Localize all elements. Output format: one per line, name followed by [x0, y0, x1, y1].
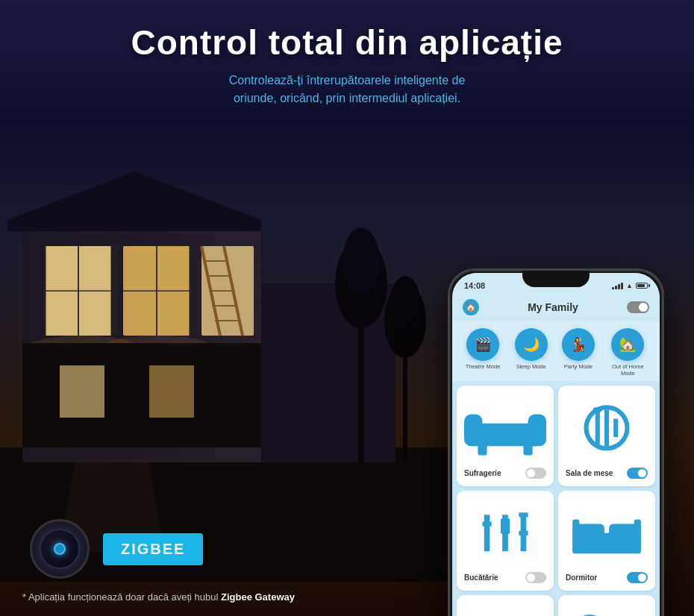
- party-mode-label: Party Mode: [564, 363, 593, 370]
- subtitle: Controlează-ți întrerupătoarele intelige…: [198, 72, 496, 107]
- room-card-sufragerie[interactable]: Sufragerie: [457, 386, 554, 486]
- status-icons: ▲: [612, 282, 648, 289]
- room-card-dormitor[interactable]: Dormitor: [558, 491, 655, 591]
- svg-rect-44: [593, 407, 602, 412]
- app-header: 🏠 My Family: [452, 294, 660, 321]
- sufragerie-toggle[interactable]: [525, 468, 546, 479]
- signal-bar-4: [621, 283, 623, 289]
- phone-notch: [522, 271, 590, 287]
- svg-rect-18: [60, 365, 104, 418]
- dining-footer: Sala de mese: [566, 468, 648, 479]
- out-of-home-label: Out of Home Mode: [609, 363, 646, 377]
- mode-out-of-home[interactable]: 🏡 Out of Home Mode: [609, 328, 646, 377]
- dining-icon-area: [566, 393, 648, 463]
- kitchen-icon: [464, 501, 546, 565]
- theatre-mode-icon: 🎬: [466, 328, 499, 361]
- svg-rect-39: [523, 441, 532, 455]
- zigbee-area: ZIGBEE: [30, 519, 203, 579]
- bath-icon: [566, 606, 648, 616]
- battery-fill: [637, 284, 645, 287]
- footer-note-prefix: * Aplicația funcționează doar dacă aveți…: [22, 591, 221, 603]
- svg-point-31: [343, 227, 380, 295]
- wifi-icon: ▲: [626, 282, 633, 289]
- dormitor-toggle[interactable]: [627, 572, 648, 583]
- zigbee-device: [30, 519, 90, 579]
- subtitle-line1: Controlează-ți întrerupătoarele intelige…: [229, 74, 466, 87]
- sufragerie-name: Sufragerie: [464, 469, 501, 477]
- signal-bar-1: [612, 287, 614, 289]
- dormitor-name: Dormitor: [566, 573, 597, 582]
- signal-bars: [612, 283, 623, 289]
- svg-marker-2: [7, 172, 261, 231]
- dining-icon: [566, 396, 648, 460]
- mode-party[interactable]: 💃 Party Mode: [562, 328, 595, 377]
- footer-note: * Aplicația funcționează doar dacă aveți…: [22, 591, 295, 603]
- theatre-mode-label: Theatre Mode: [466, 363, 501, 370]
- house-illustration: [0, 75, 448, 582]
- dining-toggle[interactable]: [627, 468, 648, 479]
- zigbee-badge: ZIGBEE: [103, 533, 203, 565]
- dormitor-footer: Dormitor: [566, 572, 648, 583]
- phone-frame: 14:08 ▲ 🏠 My Family: [448, 268, 664, 616]
- svg-rect-17: [22, 343, 261, 447]
- phone-mockup: 14:08 ▲ 🏠 My Family: [448, 268, 664, 616]
- rooms-grid: Sufragerie: [452, 381, 660, 616]
- signal-bar-3: [618, 284, 620, 289]
- svg-rect-54: [572, 519, 579, 553]
- dining-name: Sala de mese: [566, 469, 613, 477]
- bed-icon-area: [566, 498, 648, 568]
- room-card-bucatarie[interactable]: Bucătărie: [457, 491, 554, 591]
- sufragerie-footer: Sufragerie: [464, 468, 546, 479]
- sleep-mode-icon: 🌙: [515, 328, 548, 361]
- svg-rect-37: [528, 414, 546, 446]
- kitchen-icon-area: [464, 498, 546, 568]
- bath-icon-area: [566, 603, 648, 616]
- svg-rect-38: [478, 441, 487, 455]
- bucatarie-name: Bucătărie: [464, 573, 498, 582]
- out-of-home-icon: 🏡: [611, 328, 644, 361]
- subtitle-line2: oriunde, oricând, prin intermediul aplic…: [234, 92, 460, 104]
- phone-screen: 14:08 ▲ 🏠 My Family: [452, 273, 660, 616]
- zigbee-dot: [54, 543, 66, 555]
- bucatarie-footer: Bucătărie: [464, 572, 546, 583]
- sufragerie-icon-area: [464, 393, 546, 463]
- room-card-sala-de-mese[interactable]: Sala de mese: [558, 386, 655, 486]
- status-time: 14:08: [464, 281, 485, 290]
- mode-sleep[interactable]: 🌙 Sleep Mode: [515, 328, 548, 377]
- room-card-living[interactable]: Living: [457, 595, 554, 616]
- party-mode-icon: 💃: [562, 328, 595, 361]
- svg-rect-19: [149, 365, 194, 418]
- sleep-mode-label: Sleep Mode: [516, 363, 546, 370]
- bucatarie-toggle[interactable]: [525, 572, 546, 583]
- bed-icon: [566, 501, 648, 565]
- svg-rect-36: [464, 414, 482, 446]
- header-toggle[interactable]: [627, 301, 649, 313]
- top-content: Control total din aplicație Controlează-…: [0, 0, 694, 107]
- footer-note-bold: Zigbee Gateway: [221, 591, 295, 603]
- living-icon-area: [464, 603, 546, 616]
- tv-icon: [464, 606, 546, 616]
- mode-theatre[interactable]: 🎬 Theatre Mode: [466, 328, 501, 377]
- page-title: Control total din aplicație: [0, 22, 694, 63]
- modes-row: 🎬 Theatre Mode 🌙 Sleep Mode 💃 Party Mode…: [452, 321, 660, 381]
- svg-rect-55: [634, 519, 641, 553]
- signal-bar-2: [615, 286, 617, 289]
- battery-icon: [636, 283, 648, 289]
- home-icon: 🏠: [463, 299, 479, 315]
- sofa-icon: [464, 396, 546, 460]
- svg-point-34: [390, 276, 420, 328]
- app-title: My Family: [528, 301, 578, 313]
- room-card-baie[interactable]: Baie: [558, 595, 655, 616]
